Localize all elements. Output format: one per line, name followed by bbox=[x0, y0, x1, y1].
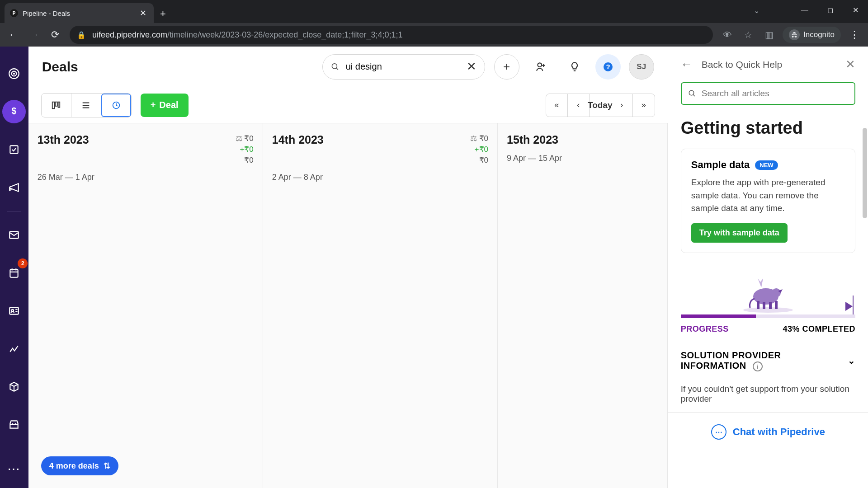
accordion-title: SOLUTION PROVIDER INFORMATION bbox=[681, 350, 781, 371]
new-badge: NEW bbox=[755, 160, 778, 170]
svg-rect-6 bbox=[10, 269, 18, 277]
sidebar-more-icon[interactable]: ⋯ bbox=[7, 461, 21, 476]
plus-icon: + bbox=[151, 100, 156, 110]
forecast-view-button[interactable] bbox=[101, 94, 131, 117]
try-sample-data-button[interactable]: Try with sample data bbox=[691, 223, 788, 243]
sidebar-item-mail[interactable] bbox=[2, 223, 26, 247]
column-zero: ₹0 bbox=[236, 155, 254, 166]
column-zero: ₹0 bbox=[470, 155, 488, 166]
progress-value: 43% COMPLETED bbox=[783, 324, 855, 334]
help-back-label[interactable]: Back to Quick Help bbox=[702, 59, 836, 70]
address-bar[interactable]: 🔒 uifeed.pipedrive.com/timeline/week/202… bbox=[70, 26, 713, 44]
more-deals-pill[interactable]: 4 more deals ⇅ bbox=[41, 456, 118, 475]
sidebar-item-activities[interactable]: 2 bbox=[2, 261, 26, 285]
forward-button[interactable]: → bbox=[25, 26, 43, 44]
add-button[interactable]: + bbox=[494, 54, 519, 80]
list-view-button[interactable] bbox=[71, 94, 101, 117]
column-title: 14th 2023 bbox=[272, 133, 324, 146]
progress-illustration bbox=[681, 269, 855, 314]
help-close-button[interactable]: ✕ bbox=[845, 57, 855, 71]
svg-point-18 bbox=[743, 307, 793, 313]
progress-label: PROGRESS bbox=[681, 324, 729, 334]
help-back-button[interactable]: ← bbox=[681, 57, 693, 71]
clear-search-icon[interactable]: ✕ bbox=[467, 60, 476, 74]
column-range: 9 Apr — 15 Apr bbox=[507, 154, 658, 163]
svg-rect-14 bbox=[55, 102, 57, 106]
svg-text:?: ? bbox=[606, 63, 610, 70]
solution-provider-accordion[interactable]: SOLUTION PROVIDER INFORMATION i ⌄ bbox=[668, 337, 868, 376]
close-window-button[interactable]: ✕ bbox=[843, 6, 868, 14]
help-search-field[interactable] bbox=[681, 82, 855, 105]
tab-search-icon[interactable]: ⌄ bbox=[754, 6, 760, 15]
sidebar-item-campaigns[interactable] bbox=[2, 176, 26, 199]
sidebar-item-insights[interactable] bbox=[2, 337, 26, 361]
tab-close-icon[interactable]: ✕ bbox=[138, 8, 148, 18]
maximize-button[interactable]: ◻ bbox=[817, 6, 843, 14]
sidebar-item-projects[interactable] bbox=[2, 138, 26, 161]
search-icon bbox=[331, 62, 340, 72]
search-input[interactable] bbox=[346, 61, 460, 72]
info-icon[interactable]: i bbox=[753, 361, 763, 371]
incognito-badge[interactable]: Incognito bbox=[783, 27, 841, 43]
timeline-column: 13th 2023 ⚖ ₹0 +₹0 ₹0 26 Mar — 1 Apr bbox=[28, 123, 263, 488]
more-deals-label: 4 more deals bbox=[49, 461, 99, 471]
svg-point-17 bbox=[689, 90, 694, 95]
lock-icon: 🔒 bbox=[77, 31, 86, 39]
nav-prev-button[interactable]: ‹ bbox=[568, 94, 590, 117]
pipeline-view-button[interactable] bbox=[42, 94, 71, 117]
new-tab-button[interactable]: + bbox=[154, 5, 172, 23]
view-toolbar: + Deal « ‹ Today › » bbox=[28, 87, 668, 123]
column-title: 15th 2023 bbox=[507, 133, 558, 146]
sidebar-item-products[interactable] bbox=[2, 375, 26, 399]
column-value: ₹0 bbox=[244, 134, 253, 143]
help-button[interactable]: ? bbox=[595, 54, 621, 80]
browser-menu-icon[interactable]: ⋮ bbox=[845, 29, 863, 41]
svg-rect-4 bbox=[10, 145, 18, 153]
url-host: uifeed.pipedrive.com bbox=[92, 30, 167, 40]
sidebar-item-deals[interactable]: $ bbox=[2, 100, 26, 123]
user-avatar[interactable]: SJ bbox=[629, 54, 654, 80]
svg-point-10 bbox=[538, 63, 542, 67]
expand-icon: ⇅ bbox=[104, 461, 110, 471]
sidebar-item-contacts[interactable] bbox=[2, 299, 26, 323]
nav-last-button[interactable]: » bbox=[633, 94, 655, 117]
sample-data-card: Sample data NEW Explore the app with pre… bbox=[681, 149, 855, 253]
svg-rect-21 bbox=[763, 302, 765, 309]
side-panel-icon[interactable]: ▥ bbox=[760, 26, 778, 44]
eye-off-icon[interactable]: 👁 bbox=[718, 26, 736, 44]
help-panel: ← Back to Quick Help ✕ Getting started S… bbox=[668, 47, 868, 488]
svg-rect-13 bbox=[52, 102, 55, 108]
back-button[interactable]: ← bbox=[5, 26, 23, 44]
reload-button[interactable]: ⟳ bbox=[46, 26, 64, 44]
chat-with-pipedrive-button[interactable]: ⋯ Chat with Pipedrive bbox=[668, 412, 868, 451]
browser-toolbar: ← → ⟳ 🔒 uifeed.pipedrive.com/timeline/we… bbox=[0, 23, 868, 47]
help-note: If you couldn't get support from your so… bbox=[668, 376, 868, 404]
svg-rect-15 bbox=[58, 102, 60, 107]
timeline-column: 14th 2023 ⚖ ₹0 +₹0 ₹0 2 Apr — 8 Apr bbox=[263, 123, 498, 488]
main-content: Deals ✕ + ? SJ bbox=[28, 47, 668, 488]
sidebar-item-marketplace[interactable] bbox=[2, 413, 26, 436]
browser-tab[interactable]: P Pipeline - Deals ✕ bbox=[5, 3, 154, 23]
tips-icon[interactable] bbox=[562, 54, 587, 80]
url-path: /timeline/week/2023-03-26/expected_close… bbox=[167, 30, 402, 40]
invite-users-icon[interactable] bbox=[528, 54, 554, 80]
favicon: P bbox=[10, 9, 18, 17]
help-scrollbar[interactable] bbox=[863, 128, 867, 218]
add-deal-button[interactable]: + Deal bbox=[141, 94, 189, 117]
nav-next-button[interactable]: › bbox=[611, 94, 633, 117]
minimize-button[interactable]: ― bbox=[792, 6, 817, 14]
today-button[interactable]: Today bbox=[590, 94, 611, 117]
bookmark-icon[interactable]: ☆ bbox=[739, 26, 757, 44]
svg-rect-23 bbox=[775, 301, 778, 309]
window-controls: ― ◻ ✕ bbox=[792, 0, 868, 20]
svg-text:$: $ bbox=[12, 106, 17, 116]
help-search-input[interactable] bbox=[702, 89, 848, 99]
search-field[interactable]: ✕ bbox=[322, 54, 485, 80]
date-navigator: « ‹ Today › » bbox=[546, 94, 655, 117]
svg-point-24 bbox=[772, 288, 781, 297]
sidebar-item-leads[interactable] bbox=[2, 62, 26, 85]
nav-first-button[interactable]: « bbox=[546, 94, 568, 117]
scale-icon: ⚖ bbox=[470, 134, 477, 143]
column-title: 13th 2023 bbox=[38, 133, 89, 146]
incognito-label: Incognito bbox=[803, 30, 835, 39]
